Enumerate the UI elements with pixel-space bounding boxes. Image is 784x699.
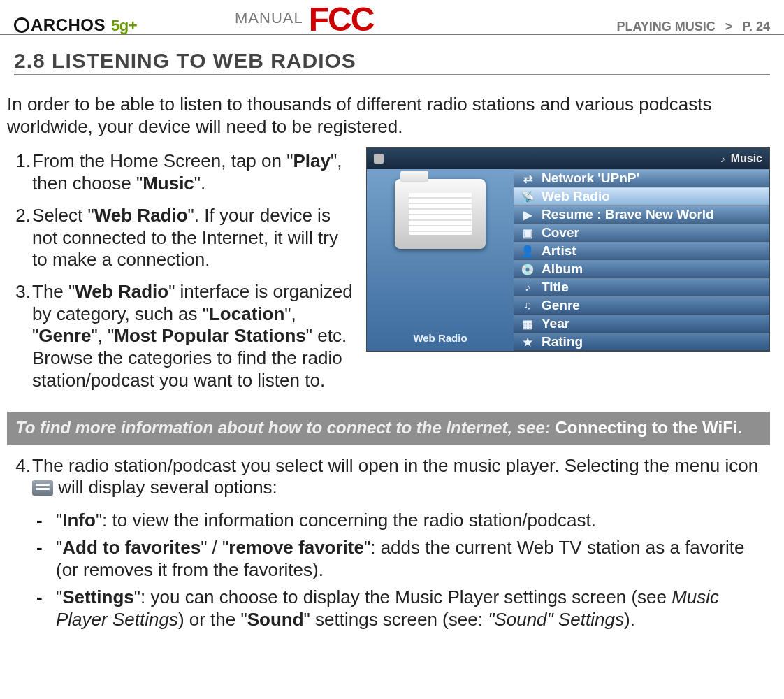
screenshot-left-panel: Web Radio: [367, 169, 514, 351]
section-title: 2.8 LISTENING TO WEB RADIOS: [14, 49, 356, 72]
folder-icon: [395, 179, 486, 249]
title-icon: ♪: [521, 280, 535, 294]
list-item: ▦Year: [514, 315, 769, 333]
menu-icon: [32, 480, 53, 496]
bullet-text: "Settings": you can choose to display th…: [56, 586, 770, 631]
list-item: ▣Cover: [514, 224, 769, 242]
steps-row: 1. From the Home Screen, tap on "Play", …: [7, 147, 770, 401]
brand-logo: ARCHOS: [14, 15, 106, 35]
cover-icon: ▣: [521, 226, 535, 240]
device-screenshot: ♪ Music Web Radio ⇄Network 'UPnP' 📡Web R…: [366, 147, 770, 352]
bullet-text: "Add to favorites" / "remove favorite": …: [56, 536, 770, 582]
step-2: 2. Select "Web Radio". If your device is…: [11, 205, 354, 271]
screenshot-title: Music: [731, 152, 762, 165]
step-number: 2.: [11, 205, 32, 271]
bullet-dash: -: [36, 509, 56, 532]
back-icon: [374, 154, 384, 164]
screenshot-left-label: Web Radio: [413, 332, 467, 344]
step-text: From the Home Screen, tap on "Play", the…: [32, 150, 354, 194]
screenshot-menu-list: ⇄Network 'UPnP' 📡Web Radio ▶Resume : Bra…: [514, 169, 769, 351]
section-name: PLAYING MUSIC: [616, 20, 715, 34]
step-1: 1. From the Home Screen, tap on "Play", …: [11, 150, 354, 194]
bullet-item: - "Settings": you can choose to display …: [36, 586, 770, 631]
manual-label: MANUAL: [235, 9, 303, 27]
step-number: 3.: [11, 281, 32, 392]
rating-icon: ★: [521, 335, 535, 349]
list-item: 📡Web Radio: [514, 187, 769, 206]
chevron-right-icon: >: [725, 20, 733, 34]
brand-logo-text: ARCHOS: [31, 15, 106, 34]
list-item: ▶Resume : Brave New World: [514, 206, 769, 224]
antenna-icon: 📡: [521, 189, 535, 203]
section-title-bar: 2.8 LISTENING TO WEB RADIOS: [14, 49, 770, 75]
bullet-item: - "Add to favorites" / "remove favorite"…: [36, 536, 770, 582]
network-icon: ⇄: [521, 171, 535, 185]
step-text: The "Web Radio" interface is organized b…: [32, 281, 354, 392]
bullet-dash: -: [36, 536, 56, 582]
section-number: 2.8: [14, 49, 45, 72]
bullet-list: - "Info": to view the information concer…: [36, 509, 770, 631]
music-note-icon: ♪: [720, 153, 725, 164]
body: In order to be able to listen to thousan…: [0, 78, 784, 642]
list-item: ★Rating: [514, 333, 769, 351]
list-item: 💿Album: [514, 260, 769, 278]
header-right: PLAYING MUSIC > P. 24: [616, 20, 770, 34]
bullet-item: - "Info": to view the information concer…: [36, 509, 770, 532]
step-4: 4. The radio station/podcast you select …: [7, 455, 770, 631]
calendar-icon: ▦: [521, 317, 535, 331]
section-title-text: LISTENING TO WEB RADIOS: [52, 49, 356, 72]
list-item: 👤Artist: [514, 242, 769, 260]
step-text: The radio station/podcast you select wil…: [32, 455, 770, 499]
step-number: 4.: [11, 455, 32, 499]
page-header: ARCHOS 5g+ MANUAL FCC PLAYING MUSIC > P.…: [0, 0, 784, 35]
bullet-dash: -: [36, 586, 56, 631]
screenshot-titlebar: ♪ Music: [367, 148, 769, 169]
callout-lead: To find more information about how to co…: [15, 418, 555, 437]
steps-list: 1. From the Home Screen, tap on "Play", …: [7, 147, 354, 401]
step-3: 3. The "Web Radio" interface is organize…: [11, 281, 354, 392]
artist-icon: 👤: [521, 244, 535, 258]
step-text: Select "Web Radio". If your device is no…: [32, 205, 354, 271]
list-item: ♫Genre: [514, 296, 769, 315]
page-number: P. 24: [742, 20, 770, 34]
genre-icon: ♫: [521, 298, 535, 312]
step-number: 1.: [11, 150, 32, 194]
intro-paragraph: In order to be able to listen to thousan…: [7, 94, 770, 138]
resume-icon: ▶: [521, 208, 535, 222]
bullet-text: "Info": to view the information concerni…: [56, 509, 596, 532]
model-label: 5g+: [111, 17, 137, 35]
album-icon: 💿: [521, 262, 535, 276]
list-item: ⇄Network 'UPnP': [514, 169, 769, 187]
info-callout: To find more information about how to co…: [7, 412, 770, 445]
list-item: ♪Title: [514, 278, 769, 296]
callout-link: Connecting to the WiFi.: [555, 418, 742, 437]
screenshot-body: Web Radio ⇄Network 'UPnP' 📡Web Radio ▶Re…: [367, 169, 769, 351]
fcc-label: FCC: [309, 3, 374, 36]
